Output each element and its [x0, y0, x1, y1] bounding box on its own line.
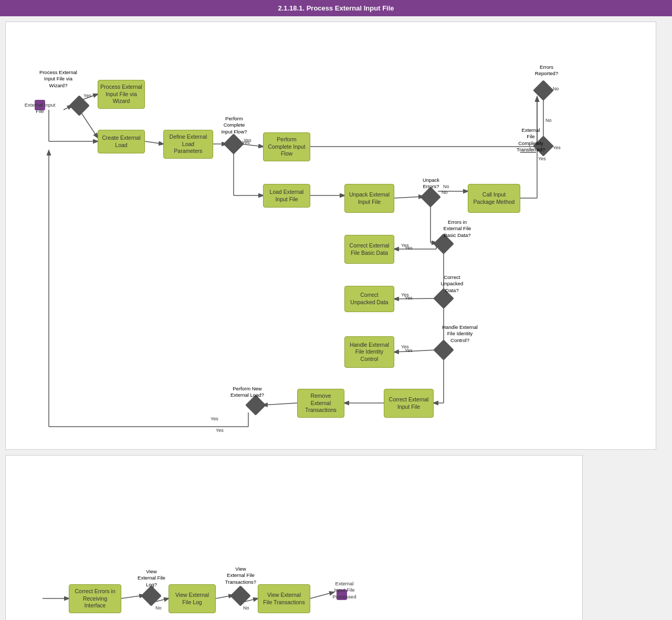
diamond-view-trans-label: ViewExternal FileTransactions?: [224, 566, 258, 585]
correct-errors-label: Correct Errors inReceivingInterface: [75, 588, 115, 609]
svg-line-19: [394, 197, 423, 198]
process-wizard-box[interactable]: Process ExternalInput File viaWizard: [98, 80, 145, 109]
define-params-label: Define ExternalLoadParameters: [170, 133, 207, 155]
diamond-handle-identity-label: Handle ExternalFile IdentityControl?: [436, 324, 484, 344]
diamond-errors-no: No: [553, 86, 559, 91]
perform-complete-label: PerformComplete InputFlow: [268, 136, 305, 158]
correct-unpacked-box[interactable]: CorrectUnpacked Data: [344, 286, 394, 312]
correct-basic-label: Correct ExternalFile Basic Data: [350, 242, 390, 256]
load-file-box[interactable]: Load ExternalInput File: [263, 184, 310, 208]
diamond-errors-basic-yes: Yes: [405, 245, 413, 251]
handle-identity-label: Handle ExternalFile IdentityControl: [350, 342, 389, 363]
load-file-label: Load ExternalInput File: [270, 189, 304, 203]
unpack-file-box[interactable]: Unpack ExternalInput File: [344, 184, 394, 213]
diamond-wizard: [72, 98, 87, 113]
remove-transactions-label: RemoveExternalTransactions: [305, 392, 337, 414]
diamond-view-trans: [233, 588, 248, 603]
correct-input-file-label: Correct ExternalInput File: [389, 396, 429, 410]
unpack-file-label: Unpack ExternalInput File: [349, 191, 390, 205]
call-input-label: Call InputPackage Method: [474, 191, 515, 205]
correct-input-file-box[interactable]: Correct ExternalInput File: [384, 389, 434, 418]
create-load-label: Create ExternalLoad: [102, 135, 141, 149]
view-log-label: View ExternalFile Log: [175, 592, 209, 606]
diamond-wizard-label: Process ExternalInput File viaWizard?: [37, 69, 79, 89]
diamond-errors-basic-label: Errors inExternal FileBasic Data?: [436, 219, 478, 239]
view-transactions-box[interactable]: View ExternalFile Transactions: [258, 584, 310, 613]
diamond-complete-flow-label: PerformCompleteInput Flow?: [216, 116, 253, 135]
diamond-correct-unpacked-label: CorrectUnpackedData?: [434, 274, 470, 294]
process-wizard-label: Process ExternalInput File viaWizard: [100, 84, 142, 105]
svg-line-6: [145, 141, 163, 144]
create-load-box[interactable]: Create ExternalLoad: [98, 130, 145, 153]
diamond-unpack-errors: [423, 190, 438, 204]
diamond-errors-basic: [436, 236, 451, 251]
diamond-complete-flow: [226, 137, 241, 151]
processed-label: ExternalInput FileProcessed: [326, 581, 363, 600]
diamond-handle-identity: [436, 343, 451, 357]
svg-text:Yes: Yes: [538, 156, 546, 161]
diamond-new-load-yes: Yes: [211, 416, 218, 421]
diamond-handle-identity-yes: Yes: [405, 348, 413, 353]
svg-line-3: [79, 110, 98, 138]
svg-text:Yes: Yes: [216, 428, 224, 433]
diamond-file-yes: Yes: [553, 145, 561, 150]
diamond-unpack-no: No: [442, 190, 448, 195]
diamond-complete-flow-yes: Yes: [242, 140, 250, 145]
external-input-label: External Input File: [24, 102, 56, 115]
perform-complete-box[interactable]: PerformComplete InputFlow: [263, 132, 310, 161]
call-input-box[interactable]: Call InputPackage Method: [468, 184, 520, 213]
second-diagram-container: No No Correct Errors inReceivingInterfac…: [5, 455, 583, 620]
correct-basic-box[interactable]: Correct ExternalFile Basic Data: [344, 235, 394, 264]
svg-line-33: [394, 350, 436, 352]
define-params-box[interactable]: Define ExternalLoadParameters: [163, 130, 213, 159]
svg-line-38: [263, 403, 297, 405]
diamond-new-load-label: Perform NewExternal Load?: [226, 386, 268, 399]
correct-unpacked-label: CorrectUnpacked Data: [350, 292, 388, 306]
main-diagram: Yes Yes No Yes No: [5, 22, 656, 450]
diamond-errors-reported-label: ErrorsReported?: [531, 64, 562, 77]
view-log-box[interactable]: View ExternalFile Log: [169, 584, 216, 613]
diamond-view-log-label: ViewExternal FileLog?: [134, 569, 169, 588]
handle-identity-box[interactable]: Handle ExternalFile IdentityControl: [344, 336, 394, 368]
diamond-correct-unpacked-yes: Yes: [405, 295, 413, 301]
svg-line-43: [121, 595, 144, 598]
page-title: 2.1.18.1. Process External Input File: [278, 4, 394, 12]
svg-text:No: No: [545, 118, 552, 123]
diamond-new-load: [248, 398, 263, 412]
diamond-unpack-errors-label: UnpackErrors?: [415, 177, 447, 190]
svg-line-30: [394, 298, 436, 299]
correct-errors-box[interactable]: Correct Errors inReceivingInterface: [69, 584, 121, 613]
remove-transactions-box[interactable]: RemoveExternalTransactions: [297, 389, 344, 418]
svg-text:Yes: Yes: [83, 93, 91, 98]
diamond-view-log: [144, 588, 159, 603]
title-bar: 2.1.18.1. Process External Input File: [0, 0, 672, 16]
diamond-errors-reported: [536, 83, 551, 98]
svg-text:No: No: [155, 605, 162, 611]
svg-text:No: No: [243, 605, 249, 611]
diamond-file-transferred-label: ExternalFileCompletelyTransferred?: [510, 127, 552, 153]
view-transactions-label: View ExternalFile Transactions: [263, 592, 304, 606]
